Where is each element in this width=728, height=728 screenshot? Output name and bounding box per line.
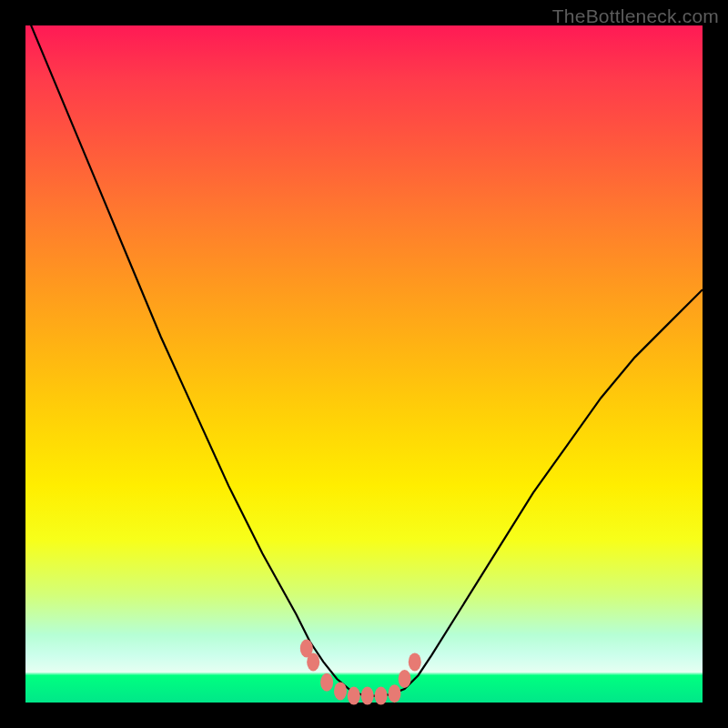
watermark-text: TheBottleneck.com: [552, 5, 719, 27]
curve-marker: [399, 670, 411, 688]
chart-plot-area: [25, 25, 703, 703]
bottleneck-curve: [25, 25, 703, 703]
curve-marker: [361, 687, 374, 705]
curve-marker: [348, 687, 360, 705]
curve-marker: [389, 684, 401, 703]
curve-marker: [320, 673, 333, 692]
curve-marker: [375, 687, 388, 705]
curve-marker: [409, 652, 421, 671]
curve-marker: [307, 652, 319, 671]
chart-frame: TheBottleneck.com: [0, 0, 728, 728]
curve-marker: [334, 682, 347, 700]
